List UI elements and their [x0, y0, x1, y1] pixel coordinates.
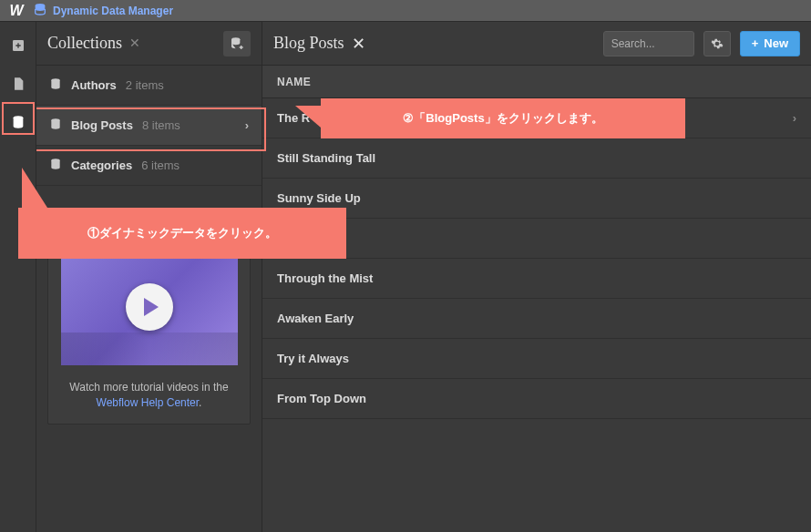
new-button-label: New	[764, 36, 788, 50]
left-rail	[0, 22, 36, 532]
chevron-right-icon: ›	[793, 111, 796, 125]
collection-row-blog-posts[interactable]: Blog Posts 8 items ›	[36, 106, 262, 146]
annotation-callout-2: ②「BlogPosts」をクリックします。	[321, 98, 685, 138]
topbar: W Dynamic Data Manager	[0, 0, 811, 22]
new-item-button[interactable]: + New	[740, 31, 800, 56]
collections-header: Collections ✕	[36, 22, 262, 66]
table-row[interactable]: Through the Mist	[262, 259, 811, 299]
collection-name: Categories	[71, 159, 132, 172]
collection-list: Authors 2 items Blog Posts 8 items › Cat…	[36, 66, 262, 186]
row-name: From Top Down	[277, 392, 366, 405]
help-center-link[interactable]: Webflow Help Center	[97, 396, 200, 409]
play-icon[interactable]	[126, 283, 173, 331]
row-name: Through the Mist	[277, 271, 373, 285]
row-name: Awaken Early	[277, 312, 354, 325]
row-name: Try it Always	[277, 352, 349, 365]
video-card-subtitle: Watch more tutorial videos in the Webflo…	[59, 380, 239, 411]
database-small-icon	[49, 77, 62, 93]
collections-title: Collections	[47, 34, 122, 53]
table-header-row: NAME	[262, 66, 811, 98]
table-row[interactable]: Awaken Early	[262, 299, 811, 339]
database-small-icon	[49, 118, 62, 133]
plus-icon: +	[752, 36, 759, 50]
collections-panel: Collections ✕ Authors 2 items Blog Posts…	[36, 22, 262, 532]
table-row[interactable]: Still Standing Tall	[262, 138, 811, 179]
settings-button[interactable]	[703, 31, 731, 56]
table-body: The R› Still Standing Tall Sunny Side Up…	[262, 98, 811, 532]
topbar-title: Dynamic Data Manager	[53, 5, 173, 17]
content-header: Blog Posts ✕ + New	[262, 22, 811, 66]
add-page-icon[interactable]	[7, 35, 29, 56]
row-name: Sunny Side Up	[277, 191, 361, 205]
content-close-icon[interactable]: ✕	[352, 34, 365, 54]
database-icon[interactable]	[7, 111, 29, 133]
column-header-name: NAME	[277, 76, 311, 88]
collection-count: 6 items	[141, 159, 180, 172]
annotation-callout-1: ①ダイナミックデータをクリック。	[18, 208, 346, 259]
collection-row-categories[interactable]: Categories 6 items	[36, 146, 262, 186]
webflow-logo-icon[interactable]: W	[5, 0, 27, 22]
pages-icon[interactable]	[7, 73, 29, 95]
collection-count: 8 items	[142, 118, 180, 132]
dynamic-manager-icon	[33, 2, 47, 20]
video-thumbnail[interactable]	[61, 249, 238, 365]
collection-row-authors[interactable]: Authors 2 items	[36, 66, 262, 106]
table-row[interactable]: Try it Always	[262, 339, 811, 379]
collections-close-icon[interactable]: ✕	[129, 36, 140, 51]
add-collection-button[interactable]	[223, 31, 251, 56]
content-title: Blog Posts	[273, 34, 344, 53]
collection-name: Blog Posts	[71, 118, 133, 132]
collection-count: 2 items	[126, 78, 164, 92]
database-small-icon	[49, 158, 62, 173]
video-subtitle-prefix: Watch more tutorial videos in the	[69, 381, 228, 394]
search-input[interactable]	[603, 31, 694, 56]
collection-name: Authors	[71, 78, 117, 92]
row-name: Still Standing Tall	[277, 151, 375, 165]
chevron-right-icon: ›	[245, 118, 249, 132]
table-row[interactable]: From Top Down	[262, 379, 811, 419]
video-subtitle-suffix: .	[199, 396, 201, 409]
